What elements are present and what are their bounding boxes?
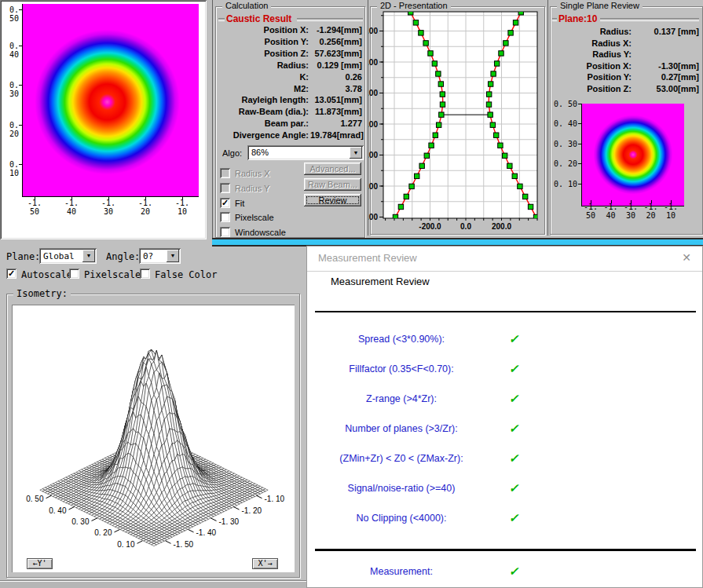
plane-row: Position Y:0.27[mm] — [551, 72, 702, 82]
calc-row-label: M2: — [216, 84, 309, 93]
advanced-button: Advanced... — [304, 163, 361, 175]
chevron-down-icon[interactable]: ▼ — [350, 147, 362, 159]
svg-text:-1. 40: -1. 40 — [196, 528, 217, 537]
review-titlebar[interactable]: Measurement Review ✕ — [307, 247, 702, 272]
isometry-panel: Isometry: 0. 50-1. 100. 40-1. 200. 30-1.… — [6, 294, 300, 578]
svg-text:-200.0: -200.0 — [419, 222, 441, 231]
calc-row-value: 13.051[mm] — [310, 95, 362, 104]
single-plane-group-title: Single Plane Review — [557, 1, 643, 10]
checkbox-false-color[interactable]: False Color — [140, 268, 226, 279]
calc-row: Radius:0.129 [mm] — [216, 60, 364, 71]
calc-row-value: 0.256[mm] — [310, 37, 362, 46]
chevron-down-icon[interactable]: ▼ — [82, 250, 95, 262]
chevron-down-icon[interactable]: ▼ — [167, 250, 179, 262]
svg-text:0.0: 0.0 — [460, 222, 471, 231]
checkbox-label: Radius X — [235, 169, 270, 178]
plane-row: Position X:-1.30[mm] — [551, 61, 702, 71]
checked-checkbox-box[interactable]: ✓ — [6, 268, 16, 279]
checkbox-box[interactable] — [220, 212, 230, 222]
beam-profile-panel: 0. 500. 400. 300. 200. 10-1. 50-1. 40-1.… — [0, 0, 207, 239]
tick-mark — [631, 200, 632, 203]
beam-y-tick-label: 0. 40 — [0, 42, 19, 59]
divider — [600, 18, 699, 21]
angle-combobox[interactable]: 0? ▼ — [139, 248, 181, 264]
rotate-x-button[interactable]: X'→ — [252, 558, 278, 569]
calc-row: Position Y:0.256[mm] — [216, 37, 364, 47]
tick-mark — [671, 200, 672, 203]
beam-x-tick-label: -1. 50 — [20, 199, 49, 216]
check-icon: ✓ — [502, 362, 525, 376]
svg-text:40.00: 40.00 — [368, 151, 378, 159]
calc-row-value: 11.873[mm] — [310, 107, 362, 116]
beam-y-tick-label: 0. 20 — [0, 121, 19, 138]
checkbox-windowscale[interactable]: Windowscale — [220, 227, 330, 238]
checkbox-box[interactable] — [220, 183, 230, 193]
calc-row-value: -1.294[mm] — [310, 25, 362, 35]
tick-mark — [651, 200, 652, 203]
calc-row-label: Rayleigh length: — [216, 95, 309, 104]
plane-combobox-value: Global — [43, 251, 75, 261]
checkbox-box[interactable] — [69, 268, 79, 279]
isometry-group-title: Isometry: — [13, 288, 71, 299]
review-item-label: No Clipping (<4000): — [307, 513, 496, 524]
check-icon: ✓ — [502, 481, 525, 495]
checkbox-box[interactable] — [140, 268, 150, 279]
tick-mark — [578, 123, 581, 124]
rotate-y-button[interactable]: ←Y' — [27, 558, 53, 569]
single-plane-review-panel: Single Plane Review Plane:10 Radius:0.13… — [547, 0, 703, 236]
calc-row-label: Divergence Angle: — [216, 130, 309, 140]
plane-row-value: -1.30[mm] — [633, 61, 699, 71]
calc-row-label: Radius: — [216, 60, 309, 70]
svg-text:70.00: 70.00 — [368, 58, 378, 67]
calc-row-label: K: — [216, 72, 309, 82]
beam-x-tick-label: -1. 40 — [57, 199, 86, 216]
svg-text:-1. 20: -1. 20 — [242, 506, 262, 515]
svg-text:200.0: 200.0 — [492, 222, 511, 231]
review-final-label: Measurement: — [307, 566, 496, 577]
checkbox-pixelscale[interactable]: Pixelscale — [220, 212, 330, 223]
mini-y-tick-label: 0. 10 — [552, 180, 577, 188]
plane-row-value: 53.00[mm] — [633, 84, 699, 93]
review-item-row: Number of planes (>3/Zr):✓ — [307, 423, 702, 437]
calc-row: Rayleigh length:13.051[mm] — [216, 95, 364, 105]
checkbox-box[interactable] — [220, 168, 230, 178]
checkbox-label: Autoscale — [21, 269, 72, 280]
checked-checkbox-box[interactable]: ✓ — [220, 198, 230, 208]
algo-label: Algo: — [222, 148, 242, 158]
divider — [552, 18, 557, 21]
plane-row-label: Position X: — [555, 61, 632, 71]
tick-mark — [19, 164, 22, 165]
plane-row-value: 0.27[mm] — [633, 72, 699, 82]
calc-row-label: Beam par.: — [216, 119, 309, 128]
svg-text:0. 10: 0. 10 — [117, 540, 135, 549]
algo-combobox[interactable]: 86% ▼ — [247, 145, 364, 160]
svg-text:-1. 50: -1. 50 — [174, 540, 194, 549]
checkbox-label: Windowscale — [235, 228, 286, 237]
review-button[interactable]: Review — [304, 194, 361, 206]
review-item-row: (ZMin+Zr) < Z0 < (ZMax-Zr):✓ — [307, 453, 702, 467]
checkbox-label: Pixelscale — [84, 269, 141, 280]
calc-row: Raw-Beam (dia.):11.873[mm] — [216, 107, 364, 117]
plane-combobox[interactable]: Global ▼ — [39, 248, 97, 264]
plane-row-label: Position Z: — [555, 84, 632, 93]
angle-combobox-value: 0? — [143, 251, 153, 261]
beam-x-tick-label: -1. 20 — [131, 199, 159, 216]
tick-mark — [578, 184, 581, 184]
tick-mark — [578, 144, 581, 144]
beam-x-tick-label: -1. 30 — [94, 199, 123, 216]
plane-select-label: Plane: — [6, 251, 40, 262]
calc-row: Beam par.:1.277 — [216, 119, 364, 129]
svg-text:20.00: 20.00 — [368, 213, 378, 221]
close-icon[interactable]: ✕ — [682, 251, 691, 264]
divider — [218, 18, 225, 21]
application-window: 0. 500. 400. 300. 200. 10-1. 50-1. 40-1.… — [0, 0, 703, 588]
checkbox-label: False Color — [155, 269, 217, 280]
plane-row-label: Position Y: — [555, 72, 632, 82]
svg-text:30.00: 30.00 — [368, 182, 378, 191]
check-icon: ✓ — [502, 451, 525, 466]
tick-mark — [19, 125, 22, 126]
review-item-row: Fillfactor (0.35<F<0.70):✓ — [307, 363, 702, 378]
presentation-2d-panel: 2D - Presentation 80.0070.0060.0050.0040… — [368, 0, 546, 236]
measurement-review-window: Measurement Review ✕ Measurement Review … — [306, 246, 703, 588]
checkbox-box[interactable] — [220, 227, 230, 237]
